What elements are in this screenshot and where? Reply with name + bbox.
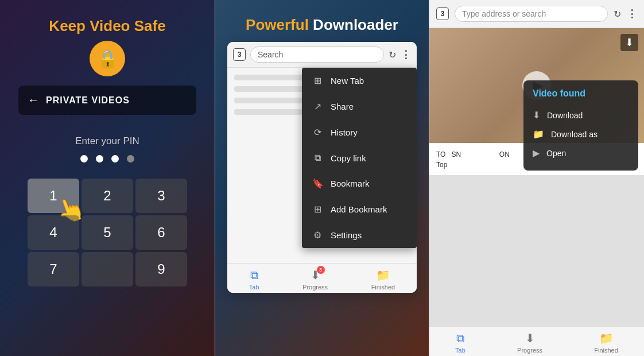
video-found-title: Video found (533, 88, 629, 99)
video-meta-text2: Top (436, 161, 447, 169)
panel1-title: Keep Video Safe (49, 17, 165, 35)
panel2-title: Powerful Downloader (234, 16, 410, 34)
panel-private-video: Keep Video Safe 🔒 ← PRIVATE VIDEOS Enter… (0, 0, 215, 356)
bottom-finished-label: Finished (371, 284, 395, 291)
share-icon: ↗ (312, 101, 323, 112)
menu-item-share[interactable]: ↗ Share (302, 94, 417, 119)
pin-label: Enter your PIN (75, 136, 139, 147)
panel3-more-icon[interactable]: ⋮ (627, 7, 637, 20)
popup-download-as-action[interactable]: 📁 Download as (533, 125, 629, 144)
p3-finished-item[interactable]: 📁 Finished (594, 331, 618, 354)
p3-finished-icon: 📁 (599, 331, 614, 345)
pin-keypad: 1 👆 2 3 4 5 6 7 9 (28, 179, 187, 287)
panel2-title-powerful: Powerful (246, 16, 309, 33)
browser-content: ⊞ New Tab ↗ Share ⟳ History ⧉ Copy link (227, 68, 417, 263)
panel3-toolbar: 3 Type address or search ↻ ⋮ (429, 0, 644, 28)
popup-download-as-label: Download as (551, 130, 598, 139)
popup-open-label: Open (546, 149, 566, 158)
private-videos-bar: ← PRIVATE VIDEOS (18, 86, 196, 115)
popup-open-action[interactable]: ▶ Open (533, 144, 629, 162)
dropdown-menu: ⊞ New Tab ↗ Share ⟳ History ⧉ Copy link (302, 68, 417, 248)
menu-item-settings[interactable]: ⚙ Settings (302, 222, 417, 248)
p3-tab-item[interactable]: ⧉ Tab (455, 332, 465, 354)
pin-dot-2 (96, 155, 103, 162)
menu-item-new-tab[interactable]: ⊞ New Tab (302, 68, 417, 94)
menu-item-add-bookmark[interactable]: ⊞ Add Bookmark (302, 196, 417, 222)
popup-download-action[interactable]: ⬇ Download (533, 106, 629, 125)
bottom-tab-item[interactable]: ⧉ Tab (249, 269, 259, 291)
menu-item-settings-label: Settings (331, 230, 362, 240)
menu-item-share-label: Share (331, 102, 354, 111)
bottom-progress-label: Progress (302, 284, 328, 291)
tab-count-badge[interactable]: 3 (233, 48, 246, 61)
history-icon: ⟳ (312, 127, 323, 138)
p3-progress-label: Progress (517, 347, 542, 354)
menu-item-new-tab-label: New Tab (331, 76, 364, 86)
key-6[interactable]: 6 (135, 215, 187, 250)
menu-item-bookmark[interactable]: 🔖 Bookmark (302, 171, 417, 196)
add-bookmark-icon: ⊞ (312, 204, 323, 215)
lock-icon-circle: 🔒 (90, 41, 125, 76)
menu-item-bookmark-label: Bookmark (331, 179, 370, 188)
refresh-icon[interactable]: ↻ (389, 49, 396, 60)
p3-finished-label: Finished (594, 347, 618, 354)
search-bar[interactable]: Search (250, 47, 384, 63)
browser-bottom-bar: ⧉ Tab ⬇ 3 Progress 📁 Finished (227, 263, 417, 293)
open-action-icon: ▶ (533, 148, 540, 158)
bookmark-icon: 🔖 (312, 178, 323, 189)
download-action-icon: ⬇ (533, 110, 540, 121)
pin-dot-1 (80, 155, 88, 162)
key-2[interactable]: 2 (82, 179, 133, 213)
pin-dots (80, 155, 134, 162)
panel2-content: Powerful Downloader 3 Search ↻ ⋮ ⊞ (215, 0, 429, 293)
pin-dot-4 (127, 155, 134, 162)
video-meta-text: TO SN ON (436, 150, 510, 158)
key-4[interactable]: 4 (28, 215, 79, 250)
key-7[interactable]: 7 (28, 252, 79, 287)
download-float-button[interactable]: ⬇ (620, 34, 638, 51)
key-empty (82, 252, 133, 287)
menu-item-copy-link-label: Copy link (331, 153, 366, 163)
more-icon[interactable]: ⋮ (401, 48, 411, 61)
menu-item-add-bookmark-label: Add Bookmark (331, 204, 387, 214)
pin-dot-3 (111, 155, 119, 162)
back-arrow-icon[interactable]: ← (28, 94, 39, 107)
panel3-refresh-icon[interactable]: ↻ (614, 9, 621, 20)
key-9[interactable]: 9 (135, 252, 187, 287)
panel3-bottom-bar: ⧉ Tab ⬇ Progress 📁 Finished (429, 326, 644, 356)
panel-video-found: 3 Type address or search ↻ ⋮ ▶ ⬇ TO SN O… (429, 0, 644, 356)
bottom-progress-item[interactable]: ⬇ 3 Progress (302, 268, 328, 291)
progress-badge: ⬇ 3 (311, 268, 320, 282)
panel-downloader: Powerful Downloader 3 Search ↻ ⋮ ⊞ (215, 0, 429, 356)
lock-icon: 🔒 (97, 49, 118, 69)
settings-icon: ⚙ (312, 230, 323, 241)
download-as-action-icon: 📁 (533, 129, 544, 140)
finished-icon: 📁 (376, 268, 390, 282)
private-videos-label: PRIVATE VIDEOS (46, 95, 130, 106)
key-1[interactable]: 1 👆 (28, 179, 79, 213)
tab-icon: ⧉ (250, 269, 258, 282)
panel2-title-downloader: Downloader (309, 16, 398, 33)
popup-download-label: Download (547, 111, 583, 120)
video-found-popup: Video found ⬇ Download 📁 Download as ▶ O… (523, 80, 638, 171)
new-tab-icon: ⊞ (312, 75, 323, 86)
key-5[interactable]: 5 (82, 215, 133, 250)
menu-item-copy-link[interactable]: ⧉ Copy link (302, 145, 417, 171)
bottom-tab-label: Tab (249, 284, 259, 291)
bottom-finished-item[interactable]: 📁 Finished (371, 268, 395, 291)
panel3-tab-badge[interactable]: 3 (436, 7, 449, 20)
panel3-spacer (429, 175, 644, 326)
panel3-search-bar[interactable]: Type address or search (455, 6, 608, 22)
p3-tab-icon: ⧉ (456, 332, 464, 345)
p3-progress-item[interactable]: ⬇ Progress (517, 331, 542, 354)
p3-tab-label: Tab (455, 347, 465, 354)
browser-window: 3 Search ↻ ⋮ ⊞ New Tab (227, 42, 417, 293)
menu-item-history-label: History (331, 127, 358, 137)
copy-link-icon: ⧉ (312, 153, 323, 163)
progress-count: 3 (317, 266, 325, 274)
menu-item-history[interactable]: ⟳ History (302, 119, 417, 145)
key-3[interactable]: 3 (135, 179, 187, 213)
browser-toolbar: 3 Search ↻ ⋮ (227, 42, 417, 68)
p3-progress-icon: ⬇ (525, 331, 535, 345)
